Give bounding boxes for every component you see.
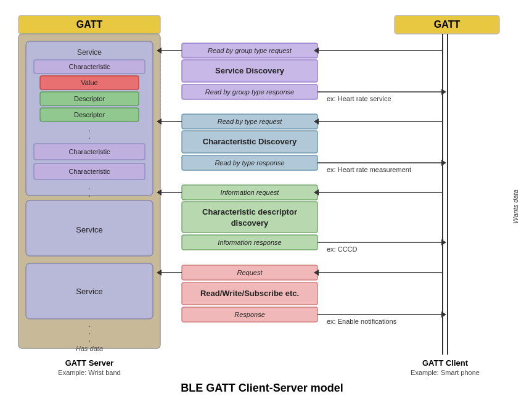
svg-text:.: . — [88, 334, 91, 344]
char1-label: Characteristic — [68, 63, 110, 70]
gatt-server-header: GATT — [76, 19, 103, 30]
seq3-main-label2: discovery — [231, 218, 269, 228]
char2-label: Characteristic — [68, 148, 110, 155]
seq2-resp-label: Read by type response — [215, 159, 284, 167]
seq1-main-label: Service Discovery — [215, 66, 285, 75]
service2-label: Service — [76, 225, 102, 234]
service1-label: Service — [77, 48, 102, 57]
has-data-label: Has data — [76, 345, 103, 352]
seq1-req-label: Read by group type request — [208, 47, 292, 54]
arrow-right-seq2-resp — [441, 160, 446, 166]
arrow-right-seq3-resp — [441, 239, 446, 245]
seq4-req-label: Request — [237, 269, 263, 276]
arrow-right-seq4-resp — [441, 311, 446, 318]
descriptor2-label: Descriptor — [74, 111, 105, 118]
seq4-resp-note: ex: Enable notifications — [327, 318, 397, 325]
svg-rect-37 — [182, 202, 317, 233]
seq4-resp-label: Response — [234, 311, 265, 318]
char3-label: Characteristic — [68, 168, 110, 175]
service3-label: Service — [76, 287, 102, 296]
wants-data-label: Wants data — [512, 189, 519, 223]
seq2-req-label: Read by type request — [218, 118, 283, 125]
client-subtitle: Example: Smart phone — [411, 369, 480, 376]
seq2-resp-note: ex: Heart rate measurement — [327, 166, 411, 173]
seq2-main-label: Characteristic Discovery — [203, 137, 297, 146]
server-title: GATT Server — [65, 358, 114, 368]
seq3-resp-label: Information response — [218, 239, 281, 246]
descriptor1-label: Descriptor — [74, 95, 105, 102]
diagram-title: BLE GATT Client-Server model — [181, 382, 343, 394]
svg-text:.: . — [88, 189, 91, 199]
client-title: GATT Client — [422, 358, 469, 368]
seq4-main-label: Read/Write/Subscribe etc. — [200, 289, 299, 298]
value-label: Value — [81, 79, 97, 86]
seq3-resp-note: ex: CCCD — [327, 245, 358, 253]
seq1-resp-label: Read by group type response — [205, 88, 294, 96]
seq1-resp-note: ex: Heart rate service — [327, 95, 391, 102]
seq3-main-label1: Characteristic descriptor — [202, 207, 297, 216]
svg-text:.: . — [88, 131, 91, 141]
seq3-req-label: Information request — [221, 189, 280, 196]
gatt-client-header: GATT — [434, 19, 461, 30]
arrow-right-seq1-resp — [441, 89, 446, 95]
server-subtitle: Example: Wrist band — [58, 369, 120, 376]
